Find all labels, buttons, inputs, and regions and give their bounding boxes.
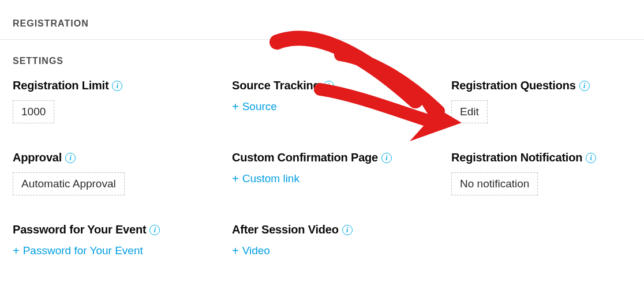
add-password-link[interactable]: + Password for Your Event [13,244,143,257]
info-icon[interactable]: i [324,81,334,91]
after-session-video-label: After Session Video [232,223,339,236]
source-tracking-label: Source Tracking [232,79,320,92]
plus-icon: + [232,245,239,257]
registration-header: REGISTRATION [0,0,644,39]
plus-icon: + [232,101,239,112]
password-label: Password for Your Event [13,223,146,236]
info-icon[interactable]: i [579,81,590,91]
settings-grid: Registration Limit i 1000 Source Trackin… [0,66,644,257]
registration-limit-input[interactable]: 1000 [13,100,54,123]
add-custom-link[interactable]: + Custom link [232,172,299,185]
approval-select[interactable]: Automatic Approval [13,172,125,195]
registration-notification-cell: Registration Notification i No notificat… [451,151,636,195]
edit-questions-button[interactable]: Edit [451,100,488,123]
add-video-link[interactable]: + Video [232,244,270,257]
registration-questions-label: Registration Questions [451,79,576,92]
registration-notification-label: Registration Notification [451,151,582,164]
plus-icon: + [13,245,20,257]
custom-confirmation-cell: Custom Confirmation Page i + Custom link [232,151,451,195]
add-source-text: Source [242,100,277,113]
add-video-text: Video [242,244,270,257]
info-icon[interactable]: i [65,153,76,163]
registration-questions-cell: Registration Questions i Edit [451,79,636,123]
approval-label: Approval [13,151,62,164]
add-source-link[interactable]: + Source [232,100,277,113]
approval-cell: Approval i Automatic Approval [13,151,232,195]
info-icon[interactable]: i [112,81,122,91]
notification-select[interactable]: No notification [451,172,538,195]
empty-cell [451,223,636,257]
source-tracking-cell: Source Tracking i + Source [232,79,451,123]
info-icon[interactable]: i [381,153,392,163]
settings-header: SETTINGS [0,40,644,66]
add-custom-link-text: Custom link [242,172,299,185]
custom-confirmation-label: Custom Confirmation Page [232,151,378,164]
password-cell: Password for Your Event i + Password for… [13,223,232,257]
after-session-video-cell: After Session Video i + Video [232,223,451,257]
add-password-text: Password for Your Event [23,244,143,257]
registration-limit-cell: Registration Limit i 1000 [13,79,232,123]
info-icon[interactable]: i [149,225,160,235]
info-icon[interactable]: i [342,225,353,235]
info-icon[interactable]: i [586,153,596,163]
plus-icon: + [232,173,239,184]
registration-limit-label: Registration Limit [13,79,108,92]
